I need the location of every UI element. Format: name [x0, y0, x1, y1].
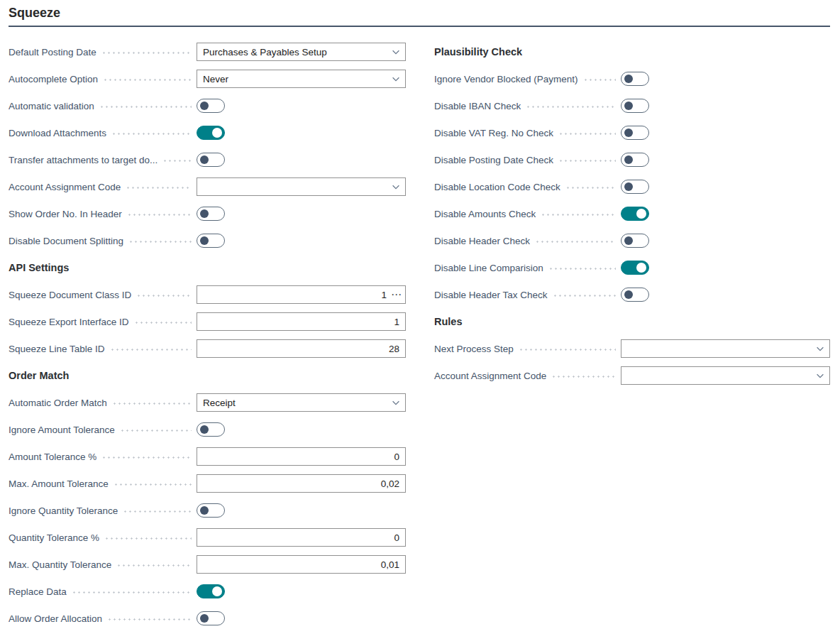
field-label: Ignore Quantity Tolerance: [9, 505, 118, 516]
show-order-no-in-header-toggle[interactable]: [197, 207, 225, 221]
ignore-quantity-tolerance-toggle[interactable]: [197, 503, 225, 518]
rules-account-assignment-code-select[interactable]: [621, 366, 830, 385]
ignore-vendor-blocked-toggle[interactable]: [621, 72, 649, 86]
ignore-amount-tolerance-toggle[interactable]: [197, 422, 225, 437]
section-api-settings: API Settings: [9, 254, 406, 281]
dotted-leader: [558, 160, 616, 162]
field-row-transfer-attachments: Transfer attachments to target do...: [9, 146, 406, 173]
dotted-leader: [134, 322, 192, 324]
automatic-order-match-select[interactable]: Receipt: [197, 393, 406, 412]
field-row-ignore-amount-tolerance: Ignore Amount Tolerance: [9, 416, 406, 443]
field-label: Account Assignment Code: [434, 371, 546, 381]
disable-amounts-check-toggle[interactable]: [621, 207, 649, 221]
dotted-leader: [99, 106, 192, 108]
field-row-disable-line-comparision: Disable Line Comparision: [434, 254, 830, 281]
chevron-down-icon: [391, 182, 401, 192]
transfer-attachments-toggle[interactable]: [197, 153, 225, 167]
dotted-leader: [101, 52, 192, 54]
form-columns: Default Posting Date Purchases & Payable…: [9, 38, 830, 629]
amount-tolerance-pct-input[interactable]: [197, 448, 405, 465]
download-attachments-toggle[interactable]: [197, 126, 225, 140]
field-row-disable-vat-reg-no-check: Disable VAT Reg. No Check: [434, 119, 830, 146]
assist-edit-button[interactable]: ⋯: [388, 287, 405, 302]
disable-location-code-check-toggle[interactable]: [621, 180, 649, 194]
max-amount-tolerance-field: [197, 474, 406, 493]
toggle-knob: [624, 102, 633, 110]
disable-document-splitting-toggle[interactable]: [197, 234, 225, 248]
autocomplete-option-select[interactable]: Never: [197, 70, 406, 88]
field-label: Disable Location Code Check: [434, 182, 560, 192]
page-title: Squeeze: [9, 6, 830, 27]
toggle-knob: [624, 155, 633, 164]
field-label: Transfer attachments to target do...: [9, 155, 158, 165]
dotted-leader: [162, 160, 192, 162]
toggle-knob: [200, 425, 209, 434]
field-row-disable-header-tax-check: Disable Header Tax Check: [434, 281, 830, 308]
section-title: API Settings: [9, 262, 69, 273]
field-row-max-amount-tolerance: Max. Amount Tolerance: [9, 470, 406, 497]
field-row-autocomplete-option: Autocomplete Option Never: [9, 65, 406, 92]
field-label: Disable Header Check: [434, 236, 530, 246]
disable-iban-check-toggle[interactable]: [621, 99, 649, 113]
dotted-leader: [104, 537, 192, 540]
squeeze-export-interface-id-input[interactable]: [197, 313, 405, 330]
section-title: Order Match: [9, 370, 69, 381]
account-assignment-code-select[interactable]: [197, 177, 406, 196]
field-label: Max. Quantity Tolerance: [9, 559, 111, 570]
section-order-match: Order Match: [9, 362, 406, 389]
field-label: Account Assignment Code: [9, 182, 121, 192]
default-posting-date-select[interactable]: Purchases & Payables Setup: [197, 43, 406, 61]
field-label: Max. Amount Tolerance: [9, 478, 109, 489]
field-row-disable-iban-check: Disable IBAN Check: [434, 92, 830, 119]
field-label: Disable Header Tax Check: [434, 290, 548, 300]
squeeze-document-class-id-input[interactable]: [197, 286, 388, 303]
dotted-leader: [72, 591, 192, 594]
allow-order-allocation-toggle[interactable]: [197, 611, 225, 625]
dotted-leader: [553, 295, 616, 297]
next-process-step-select[interactable]: [621, 339, 830, 358]
field-label: Default Posting Date: [9, 47, 96, 58]
dotted-leader: [116, 564, 192, 567]
field-row-disable-posting-date-check: Disable Posting Date Check: [434, 146, 830, 173]
disable-posting-date-check-toggle[interactable]: [621, 153, 649, 167]
field-row-rules-account-assignment-code: Account Assignment Code: [434, 362, 830, 389]
disable-vat-reg-no-check-toggle[interactable]: [621, 126, 649, 140]
dotted-leader: [103, 79, 192, 81]
replace-data-toggle[interactable]: [197, 584, 225, 598]
right-column: Plausibility Check Ignore Vendor Blocked…: [434, 38, 830, 629]
dotted-leader: [551, 376, 616, 378]
disable-line-comparision-toggle[interactable]: [621, 261, 649, 275]
field-label: Autocomplete Option: [9, 74, 98, 84]
field-row-download-attachments: Download Attachments: [9, 119, 406, 146]
field-label: Disable Document Splitting: [9, 236, 123, 246]
dotted-leader: [111, 133, 192, 135]
toggle-knob: [212, 128, 222, 138]
quantity-tolerance-pct-field: [197, 528, 406, 547]
dotted-leader: [112, 403, 192, 405]
field-row-default-posting-date: Default Posting Date Purchases & Payable…: [9, 38, 406, 65]
automatic-validation-toggle[interactable]: [197, 99, 225, 113]
toggle-knob: [200, 236, 209, 245]
squeeze-line-table-id-input[interactable]: [197, 340, 405, 357]
dotted-leader: [519, 349, 616, 351]
dotted-leader: [101, 456, 192, 459]
disable-header-tax-check-toggle[interactable]: [621, 288, 649, 302]
squeeze-document-class-id-field: ⋯: [197, 285, 406, 304]
dotted-leader: [548, 268, 616, 270]
selected-value: Purchases & Payables Setup: [203, 47, 391, 58]
toggle-knob: [624, 75, 633, 83]
quantity-tolerance-pct-input[interactable]: [197, 529, 405, 546]
field-row-automatic-validation: Automatic validation: [9, 92, 406, 119]
disable-header-check-toggle[interactable]: [621, 234, 649, 248]
field-label: Ignore Amount Tolerance: [9, 425, 115, 435]
field-label: Squeeze Line Table ID: [9, 344, 105, 354]
field-label: Show Order No. In Header: [9, 209, 122, 219]
field-row-disable-header-check: Disable Header Check: [434, 227, 830, 254]
field-label: Ignore Vendor Blocked (Payment): [434, 74, 578, 84]
max-quantity-tolerance-input[interactable]: [197, 556, 405, 573]
field-row-account-assignment-code: Account Assignment Code: [9, 173, 406, 200]
dotted-leader: [126, 187, 192, 189]
max-amount-tolerance-input[interactable]: [197, 475, 405, 492]
max-quantity-tolerance-field: [197, 555, 406, 574]
toggle-knob: [636, 263, 646, 273]
